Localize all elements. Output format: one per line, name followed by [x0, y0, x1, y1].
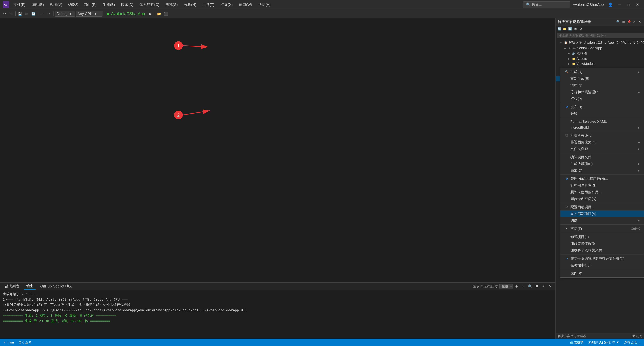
cm-debug[interactable]: 调试 ▶: [560, 217, 644, 224]
platform-dropdown[interactable]: Any CPU ▼: [76, 11, 102, 16]
se-btn-3[interactable]: 📌: [626, 19, 631, 24]
tree-item-deps[interactable]: ▶ 🔗 依赖项: [556, 50, 644, 56]
toolbar-folder[interactable]: 📂: [156, 11, 162, 17]
cm-config-startup[interactable]: ⚙ 配置启动项目...: [560, 204, 644, 210]
cm-rebuild[interactable]: 重新生成(E): [560, 75, 644, 82]
output-float-btn[interactable]: ⤢: [541, 284, 546, 289]
cm-load-all-deps[interactable]: 加载整个依赖关系树: [560, 247, 644, 254]
source-select[interactable]: 生成: [500, 284, 512, 289]
se-toolbar-btn2[interactable]: 📁: [562, 26, 567, 31]
cm-sync-namespace[interactable]: 同步命名空间(N): [560, 195, 644, 202]
se-search-input[interactable]: [558, 34, 644, 37]
cm-upgrade[interactable]: 升级: [560, 110, 644, 117]
menu-git[interactable]: Git(G): [66, 1, 81, 8]
menu-edit[interactable]: 编辑(E): [29, 1, 46, 8]
menu-architecture[interactable]: 体系结构(C): [137, 1, 162, 8]
tree-item-solution[interactable]: ▼ 📋 解决方案 'AvaloniaCSharApp' (2 个项目, 共 2 …: [556, 40, 644, 45]
cm-properties[interactable]: 属性(R): [560, 270, 644, 277]
cm-edit-project[interactable]: 编辑项目文件: [560, 154, 644, 160]
editor-content[interactable]: [0, 18, 556, 282]
output-stop-btn[interactable]: ⏹: [534, 284, 539, 289]
cm-collapse[interactable]: ☐ 折叠所有还代: [560, 132, 644, 139]
github-copilot-btn[interactable]: 👤: [606, 2, 614, 8]
step-badge-2: 2: [174, 111, 183, 119]
cm-cut[interactable]: ✂ 剪切(T) Ctrl+X: [560, 225, 644, 232]
menu-debug[interactable]: 调试(D): [118, 1, 136, 8]
minimize-btn[interactable]: ─: [616, 2, 623, 8]
output-line-4: 1>AvaloniaCSharApp -> C:\Users\26892\sou…: [3, 308, 553, 313]
toolbar-save[interactable]: 💾: [17, 11, 23, 17]
status-errors[interactable]: ⊗ 0 ⚠ 0: [18, 340, 32, 345]
tab-error-list[interactable]: 错误列表: [3, 283, 22, 290]
menu-extend[interactable]: 扩展(X): [218, 1, 235, 8]
cm-nuget-label: 管理 NuGet 程序包(N)...: [570, 176, 640, 181]
output-find-btn[interactable]: 🔍: [527, 284, 533, 289]
toolbar-redo[interactable]: ↪: [8, 11, 14, 17]
config-dropdown[interactable]: Debug ▼: [55, 11, 75, 16]
tree-item-project1[interactable]: ▲ ⚙ AvaloniaCSharApp: [556, 45, 644, 50]
cm-build-deps[interactable]: 生成依赖项(B) ▶: [560, 160, 644, 167]
se-btn-1[interactable]: 🔍: [616, 19, 620, 24]
cm-user-secrets[interactable]: 管理用户机密(G): [560, 182, 644, 189]
menu-file[interactable]: 文件(F): [11, 1, 28, 8]
cm-rebuild-label: 重新生成(E): [570, 76, 640, 81]
se-toolbar-btn5[interactable]: ⚙: [578, 26, 583, 31]
se-header-btns: 🔍 ☰ 📌 ⤢ ✕: [616, 19, 642, 24]
cm-open-explorer[interactable]: ↗ 在文件资源管理器中打开文件夹(X): [560, 255, 644, 262]
cm-filefollow[interactable]: 文件夹套套 ▶: [560, 145, 644, 152]
se-toolbar-btn4[interactable]: ⊞: [573, 26, 578, 31]
menu-build[interactable]: 生成(B): [100, 1, 118, 8]
menu-project[interactable]: 项目(P): [82, 1, 99, 8]
se-btn-5[interactable]: ✕: [637, 19, 642, 24]
output-close-btn[interactable]: ✕: [548, 284, 553, 289]
status-git[interactable]: ⑂ main: [3, 340, 15, 345]
cm-open-terminal[interactable]: 在终端中打开: [560, 262, 644, 269]
cm-incredibuild[interactable]: IncrediBuild ▶: [560, 125, 644, 131]
menu-analyze[interactable]: 分析(N): [181, 1, 199, 8]
tree-item-assets[interactable]: ▶ 📁 Assets: [556, 56, 644, 61]
search-box[interactable]: 🔍 搜索...: [523, 1, 570, 8]
menu-window[interactable]: 窗口(W): [236, 1, 255, 8]
se-toolbar-btn3[interactable]: 🔃: [568, 26, 572, 31]
cm-add[interactable]: 添加(D) ▶: [560, 167, 644, 174]
tab-output[interactable]: 输出: [24, 283, 36, 290]
cm-cut-shortcut: Ctrl+X: [631, 227, 640, 231]
menu-view[interactable]: 视图(V): [47, 1, 65, 8]
se-btn-2[interactable]: ☰: [621, 19, 626, 24]
cm-load-direct[interactable]: 加载置换依赖项: [560, 240, 644, 247]
cm-build[interactable]: 🔨 生成(U) ▶: [560, 68, 644, 75]
status-select[interactable]: 选择合合...: [623, 340, 641, 345]
cm-analyze[interactable]: 分析和代码清理(Z) ▶: [560, 89, 644, 95]
close-btn[interactable]: ✕: [634, 2, 641, 8]
cm-clean[interactable]: 清理(N): [560, 82, 644, 89]
toolbar-run-extra[interactable]: ▶: [147, 11, 153, 17]
se-bottom-git: Git 更改: [630, 334, 642, 338]
cm-format-xaml[interactable]: Format Selected XAML: [560, 118, 644, 125]
toolbar-save-all[interactable]: 🗃: [24, 11, 30, 17]
menu-test[interactable]: 测试(S): [163, 1, 180, 8]
output-clear-btn[interactable]: ⊘: [514, 284, 519, 289]
cm-change-view[interactable]: 将视图更改为(C) ▶: [560, 139, 644, 145]
se-toolbar-btn1[interactable]: 🔙: [557, 26, 562, 31]
cm-set-startup[interactable]: 设为启动项目(A): [560, 210, 644, 217]
toolbar-undo[interactable]: ↩: [1, 11, 8, 17]
cm-unload[interactable]: 卸载项目(L): [560, 234, 644, 240]
tab-copilot-chat[interactable]: GitHub Copilot 聊天: [38, 283, 75, 290]
toolbar-refresh[interactable]: 🔄: [30, 11, 36, 17]
tree-item-viewmodels[interactable]: ▶ 📁 ViewModels: [556, 61, 644, 66]
output-wrap-btn[interactable]: ↕: [520, 284, 526, 289]
run-button[interactable]: ▶ AvaloniaCSharApp: [105, 11, 146, 17]
status-add-source[interactable]: 添加到源代码管理 ▼: [587, 340, 620, 345]
toolbar-forward[interactable]: →: [46, 11, 52, 17]
menu-tools[interactable]: 工具(T): [200, 1, 217, 8]
cm-pack[interactable]: 打包(P): [560, 95, 644, 102]
se-btn-4[interactable]: ⤢: [632, 19, 636, 24]
menu-help[interactable]: 帮助(H): [256, 1, 273, 8]
cm-publish[interactable]: ⚙ 发布(B)...: [560, 104, 644, 110]
cm-sep-4: [560, 153, 644, 153]
toolbar-split[interactable]: ⬛: [163, 11, 169, 17]
cm-remove-unused[interactable]: 删除未使用的引用...: [560, 189, 644, 195]
toolbar-back[interactable]: ←: [39, 11, 45, 17]
cm-nuget[interactable]: ⚙ 管理 NuGet 程序包(N)...: [560, 175, 644, 182]
restore-btn[interactable]: □: [624, 2, 632, 8]
